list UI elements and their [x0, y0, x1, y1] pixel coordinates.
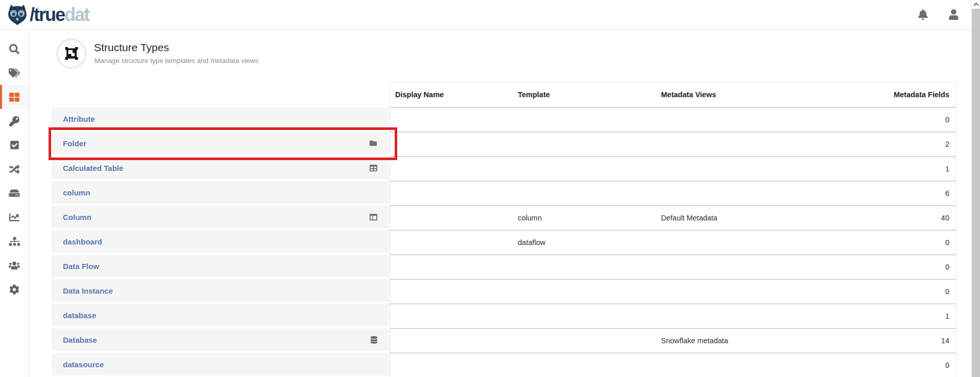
- vertical-scrollbar[interactable]: [971, 0, 980, 377]
- table-row: 0: [390, 254, 955, 279]
- table-row: Snowflake metadata 14: [390, 328, 955, 352]
- folder-icon: [369, 140, 377, 147]
- structure-type-link[interactable]: Attribute: [63, 115, 95, 123]
- drive-icon: [9, 188, 20, 198]
- list-item-data-flow: Data Flow: [52, 255, 389, 277]
- structure-type-link[interactable]: Calculated Table: [63, 164, 123, 172]
- table-row: 2: [390, 131, 955, 156]
- search-icon: [9, 44, 19, 54]
- list-item-calculated-table: Calculated Table: [52, 157, 389, 179]
- cell-metadata-fields: 0: [799, 361, 955, 369]
- structure-type-list: Attribute Folder Calculated Table column…: [52, 107, 389, 377]
- table-icon: [370, 164, 377, 172]
- table-row: 0: [390, 352, 955, 377]
- bell-icon[interactable]: [918, 9, 928, 20]
- column-header-metadata-views: Metadata Views: [656, 91, 799, 99]
- sidebar-item-permissions[interactable]: [0, 109, 29, 133]
- list-item-database-lower: database: [52, 304, 389, 326]
- sidebar-item-lineage[interactable]: [0, 157, 29, 181]
- cell-metadata-views: Default Metadata: [656, 214, 799, 222]
- cell-metadata-fields: 1: [799, 165, 955, 173]
- topbar-actions: [918, 9, 959, 20]
- list-item-column: Column: [52, 206, 389, 228]
- sidebar-item-quality[interactable]: [0, 133, 29, 157]
- table-row: 1: [390, 303, 955, 328]
- cell-metadata-fields: 14: [799, 337, 955, 345]
- structure-type-link[interactable]: Database: [63, 336, 97, 344]
- shuffle-icon: [9, 164, 20, 174]
- cell-metadata-fields: 1: [799, 312, 955, 320]
- list-item-datasource: datasource: [52, 353, 389, 375]
- list-item-data-instance: Data Instance: [52, 279, 389, 302]
- truedat-logo[interactable]: /truedat: [7, 4, 89, 26]
- list-item-column-lower: column: [52, 181, 389, 204]
- sitemap-icon: [9, 237, 20, 246]
- table-row: column Default Metadata 40: [390, 205, 955, 230]
- sidebar-item-structure-types[interactable]: [0, 85, 29, 109]
- structure-type-link[interactable]: column: [63, 188, 90, 197]
- sidebar-item-users[interactable]: [0, 253, 29, 277]
- gear-icon: [9, 284, 19, 295]
- check-square-icon: [10, 140, 19, 150]
- structure-type-link[interactable]: Data Flow: [63, 262, 99, 271]
- wordmark: /truedat: [30, 6, 89, 24]
- grid-icon: [9, 92, 19, 102]
- columns-icon: [370, 213, 377, 221]
- table-header-row: Display Name Template Metadata Views Met…: [390, 82, 955, 107]
- column-header-metadata-fields: Metadata Fields: [799, 91, 955, 99]
- structure-type-link[interactable]: Folder: [63, 139, 86, 148]
- table-row: dataflow 0: [390, 230, 955, 254]
- sidebar-item-taxonomy[interactable]: [0, 229, 29, 253]
- cell-metadata-fields: 0: [799, 287, 955, 296]
- cell-metadata-views: Snowflake metadata: [656, 337, 799, 345]
- cell-template: dataflow: [513, 238, 656, 247]
- table-row: 1: [390, 156, 955, 181]
- table-row: 0: [390, 107, 955, 131]
- structure-type-link[interactable]: datasource: [63, 360, 104, 369]
- sidebar-item-settings[interactable]: [0, 277, 29, 301]
- list-item-folder: Folder: [52, 132, 389, 154]
- tags-icon: [9, 68, 20, 78]
- cell-metadata-fields: 0: [799, 238, 955, 247]
- sidebar-item-search[interactable]: [0, 37, 29, 61]
- structure-type-link[interactable]: database: [63, 311, 96, 320]
- cell-template: column: [513, 214, 656, 222]
- structure-type-link[interactable]: Column: [63, 213, 92, 221]
- structure-type-link[interactable]: dashboard: [63, 237, 102, 246]
- left-sidebar: [0, 30, 29, 377]
- chevron-up-icon: [973, 3, 979, 6]
- sidebar-item-dashboards[interactable]: [0, 205, 29, 229]
- chart-line-icon: [9, 212, 19, 223]
- cell-metadata-fields: 0: [799, 116, 955, 124]
- cell-metadata-fields: 2: [799, 140, 955, 148]
- cell-metadata-fields: 0: [799, 263, 955, 271]
- table-row: 0: [390, 279, 955, 303]
- structure-type-link[interactable]: Data Instance: [63, 286, 113, 295]
- list-item-database: Database: [52, 328, 389, 351]
- list-item-attribute: Attribute: [52, 107, 389, 130]
- user-icon[interactable]: [949, 9, 959, 20]
- cell-metadata-fields: 40: [799, 214, 955, 222]
- key-icon: [9, 116, 19, 126]
- sidebar-item-data-sources[interactable]: [0, 181, 29, 205]
- list-item-dashboard: dashboard: [52, 230, 389, 253]
- top-bar: /truedat: [0, 0, 980, 30]
- column-header-display-name: Display Name: [390, 91, 513, 99]
- page-title: Structure Types: [94, 41, 169, 54]
- structure-type-icon: [64, 47, 79, 60]
- truedat-owl-icon: [7, 4, 28, 26]
- users-icon: [9, 261, 20, 270]
- structure-types-table: Display Name Template Metadata Views Met…: [390, 82, 956, 377]
- scroll-up-button[interactable]: [972, 0, 980, 9]
- wordmark-dark: /true: [30, 4, 64, 25]
- database-icon: [371, 336, 377, 344]
- wordmark-light: dat: [64, 4, 89, 25]
- column-header-template: Template: [513, 91, 656, 99]
- sidebar-item-tags[interactable]: [0, 61, 29, 85]
- table-row: 6: [390, 181, 955, 205]
- cell-metadata-fields: 6: [799, 189, 955, 197]
- page-icon-circle: [56, 38, 86, 69]
- page-subtitle: Manage structure type templates and meta…: [95, 57, 258, 64]
